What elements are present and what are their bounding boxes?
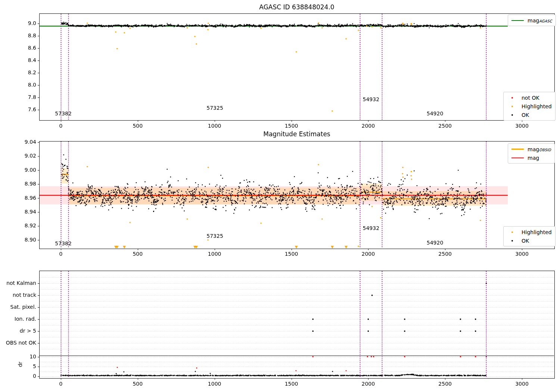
obsid-annotation: 54920	[427, 111, 444, 116]
obsid-annotation: 57325	[206, 105, 223, 111]
category-label: not track	[2, 292, 36, 298]
y-tick-label: 8.2	[21, 69, 36, 75]
y-tick-label: 8.90	[18, 237, 36, 243]
figure: AGASC ID 638848024.0 Magnitude Estimates…	[0, 0, 560, 392]
x-tick-label: 2500	[438, 123, 452, 129]
legend-row: OK	[507, 111, 552, 119]
legend-label: magOBSID	[528, 146, 551, 152]
x-tick-label: 2500	[438, 251, 452, 257]
x-tick-label: 0	[59, 123, 63, 129]
legend-row: mag	[511, 153, 551, 162]
dr-tick-label: 0	[2, 373, 36, 379]
legend-mag-lines: magOBSID mag	[508, 143, 555, 164]
y-tick-label: 8.94	[18, 209, 36, 215]
y-tick-label: 8.96	[18, 195, 36, 201]
legend-mag-agasc: magAGASC	[508, 15, 556, 26]
legend-row: not OK	[507, 93, 552, 102]
x-tick-label: 0	[59, 381, 63, 387]
x-tick-label: 1500	[285, 251, 298, 257]
x-tick-label: 2000	[362, 123, 375, 129]
y-tick-label: 8.6	[21, 45, 36, 51]
x-tick-label: 500	[133, 123, 143, 129]
ok-marker	[511, 240, 513, 242]
legend-label: magAGASC	[528, 18, 552, 24]
highlighted-marker	[511, 106, 513, 107]
highlighted-marker	[511, 231, 513, 233]
x-tick-label: 3000	[515, 123, 529, 129]
category-label: dr > 5	[2, 328, 36, 334]
legend-plot1-markers: not OK Highlighted OK	[503, 92, 556, 121]
mag-agasc-line-sample	[511, 20, 524, 21]
y-tick-label: 9.04	[18, 139, 36, 145]
plot2-title: Magnitude Estimates	[263, 130, 330, 138]
legend-row: Highlighted	[507, 102, 552, 111]
plot1-title: AGASC ID 638848024.0	[259, 3, 334, 11]
x-tick-label: 2000	[362, 381, 375, 387]
x-tick-label: 3000	[515, 381, 529, 387]
x-tick-label: 0	[59, 251, 63, 257]
legend-row: magOBSID	[511, 145, 551, 153]
y-tick-label: 9.0	[21, 20, 36, 26]
y-tick-label: 8.0	[21, 82, 36, 88]
y-tick-label: 8.4	[21, 57, 36, 63]
y-tick-label: 8.92	[18, 223, 36, 228]
legend-plot2-markers: Highlighted OK	[503, 226, 556, 246]
category-label: Ion. rad.	[2, 316, 36, 322]
x-tick-label: 1000	[208, 251, 221, 257]
obsid-annotation: 57382	[55, 240, 72, 246]
x-tick-label: 2500	[438, 381, 452, 387]
legend-row: magAGASC	[511, 16, 552, 25]
x-tick-label: 500	[133, 251, 143, 257]
legend-row: OK	[507, 236, 552, 245]
y-tick-label: 8.8	[21, 32, 36, 38]
not-ok-marker	[511, 97, 513, 99]
obsid-annotation: 57325	[206, 233, 223, 239]
x-tick-label: 3000	[515, 251, 529, 257]
x-tick-label: 1000	[208, 123, 221, 129]
x-tick-label: 2000	[362, 251, 375, 257]
mag-obsid-line-sample	[511, 149, 524, 150]
x-tick-label: 1000	[208, 381, 221, 387]
y-tick-label: 7.8	[21, 94, 36, 100]
dr-tick-label: 10	[2, 354, 36, 360]
x-tick-label: 500	[133, 381, 143, 387]
category-label: OBS not OK	[2, 340, 36, 346]
chart-canvas	[0, 0, 560, 392]
obsid-annotation: 57382	[55, 111, 72, 116]
obsid-annotation: 54920	[427, 240, 444, 246]
y-tick-label: 9.02	[18, 153, 36, 159]
x-tick-label: 1500	[285, 123, 298, 129]
category-label: not Kalman	[2, 280, 36, 286]
obsid-annotation: 54932	[363, 96, 380, 102]
category-label: Sat. pixel.	[2, 304, 36, 310]
dr-tick-label: 5	[2, 363, 36, 369]
x-tick-label: 1500	[285, 381, 298, 387]
y-tick-label: 7.6	[21, 106, 36, 112]
obsid-annotation: 54932	[363, 225, 380, 231]
legend-row: Highlighted	[507, 228, 552, 236]
legend-label: mag	[528, 155, 539, 161]
y-tick-label: 9.00	[18, 167, 36, 173]
ok-marker	[511, 114, 513, 116]
y-tick-label: 8.98	[18, 181, 36, 187]
mag-line-sample	[511, 158, 524, 158]
